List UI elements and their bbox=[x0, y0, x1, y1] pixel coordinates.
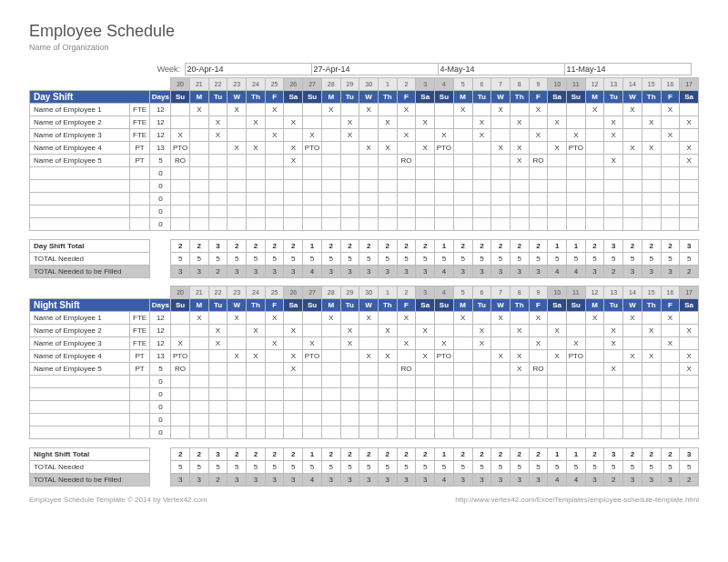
cell bbox=[567, 167, 586, 180]
cell bbox=[623, 337, 642, 350]
cell bbox=[265, 193, 284, 206]
empty-type bbox=[129, 414, 150, 427]
empty-days: 0 bbox=[150, 414, 171, 427]
cell bbox=[604, 401, 623, 414]
cell bbox=[228, 116, 247, 129]
week-date-1[interactable]: 27-Apr-14 bbox=[311, 63, 439, 75]
cell: 2 bbox=[416, 448, 435, 461]
cell bbox=[435, 206, 454, 218]
dow-header: M bbox=[189, 299, 208, 312]
cell bbox=[529, 218, 548, 231]
cell bbox=[642, 155, 661, 167]
dow-header: Tu bbox=[208, 91, 228, 104]
cell: 2 bbox=[265, 448, 284, 461]
employee-days: 5 bbox=[150, 363, 171, 376]
cell: X bbox=[472, 337, 491, 350]
week-date-2[interactable]: 4-May-14 bbox=[438, 63, 565, 75]
cell bbox=[340, 180, 359, 193]
date-num: 14 bbox=[623, 286, 642, 299]
cell bbox=[548, 401, 567, 414]
empty-name bbox=[30, 427, 130, 439]
cell bbox=[247, 206, 266, 218]
employee-days: 13 bbox=[150, 142, 171, 155]
cell bbox=[623, 193, 642, 206]
days-header: Days bbox=[150, 299, 171, 312]
cell: X bbox=[491, 142, 511, 155]
cell bbox=[397, 427, 416, 439]
empty-days: 0 bbox=[150, 376, 171, 388]
cell bbox=[623, 116, 642, 129]
cell bbox=[529, 193, 548, 206]
cell: 5 bbox=[247, 461, 266, 474]
cell: 3 bbox=[529, 266, 548, 278]
cell bbox=[642, 129, 661, 142]
empty-days: 0 bbox=[150, 193, 171, 206]
cell bbox=[680, 388, 699, 401]
cell bbox=[604, 218, 623, 231]
empty-name bbox=[30, 180, 130, 193]
cell bbox=[510, 193, 529, 206]
cell bbox=[472, 388, 491, 401]
fill-label: TOTAL Needed to be Filled bbox=[30, 474, 150, 487]
cell: 3 bbox=[604, 240, 623, 253]
cell: X bbox=[472, 325, 491, 337]
cell bbox=[435, 167, 454, 180]
cell bbox=[247, 401, 266, 414]
cell bbox=[416, 104, 435, 116]
cell: X bbox=[623, 350, 642, 363]
date-num: 29 bbox=[340, 286, 359, 299]
cell bbox=[472, 218, 491, 231]
cell bbox=[529, 376, 548, 388]
dow-header: Sa bbox=[680, 299, 699, 312]
date-num: 9 bbox=[529, 78, 548, 91]
shift-table: 2021222324252627282930123456789101112131… bbox=[29, 77, 699, 278]
cell bbox=[472, 167, 491, 180]
dow-header: Tu bbox=[472, 299, 491, 312]
cell bbox=[416, 388, 435, 401]
cell bbox=[359, 206, 379, 218]
cell: 4 bbox=[435, 474, 454, 487]
cell bbox=[321, 350, 340, 363]
dow-header: Th bbox=[378, 91, 397, 104]
dow-header: Su bbox=[171, 299, 190, 312]
dow-header: F bbox=[265, 91, 284, 104]
cell: X bbox=[247, 350, 266, 363]
cell bbox=[491, 167, 511, 180]
cell bbox=[472, 414, 491, 427]
cell bbox=[567, 218, 586, 231]
cell: X bbox=[378, 350, 397, 363]
cell: 2 bbox=[510, 240, 529, 253]
dow-header: F bbox=[397, 91, 416, 104]
cell: 5 bbox=[265, 461, 284, 474]
cell: 3 bbox=[661, 474, 680, 487]
cell bbox=[340, 104, 359, 116]
cell: X bbox=[265, 312, 284, 325]
date-num: 5 bbox=[453, 286, 472, 299]
fill-label: TOTAL Needed to be Filled bbox=[30, 266, 150, 278]
cell bbox=[604, 167, 623, 180]
cell: X bbox=[604, 155, 623, 167]
cell: 5 bbox=[228, 253, 247, 266]
cell: 2 bbox=[378, 448, 397, 461]
empty-days: 0 bbox=[150, 427, 171, 439]
week-date-3[interactable]: 11-May-14 bbox=[564, 63, 692, 75]
cell bbox=[548, 167, 567, 180]
cell: 2 bbox=[321, 240, 340, 253]
cell: X bbox=[491, 350, 511, 363]
cell bbox=[661, 142, 680, 155]
dow-header: Su bbox=[171, 91, 190, 104]
shift-table: 2021222324252627282930123456789101112131… bbox=[29, 286, 699, 487]
cell bbox=[661, 218, 680, 231]
week-date-0[interactable]: 20-Apr-14 bbox=[185, 63, 312, 75]
cell bbox=[453, 401, 472, 414]
cell: X bbox=[680, 325, 699, 337]
cell bbox=[247, 363, 266, 376]
cell: X bbox=[397, 312, 416, 325]
cell bbox=[189, 116, 208, 129]
cell: 2 bbox=[397, 448, 416, 461]
cell bbox=[642, 218, 661, 231]
cell: 4 bbox=[303, 474, 322, 487]
cell bbox=[340, 376, 359, 388]
cell: 3 bbox=[491, 266, 511, 278]
cell: X bbox=[680, 116, 699, 129]
